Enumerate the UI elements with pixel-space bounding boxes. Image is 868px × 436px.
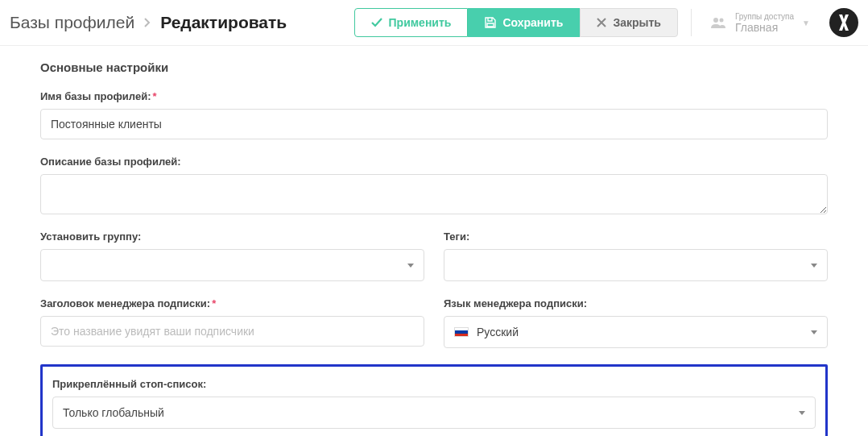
stoplist-highlight: Прикреплённый стоп-список: Только глобал… [40,364,828,436]
manager-lang-select[interactable]: Русский [444,316,828,348]
avatar[interactable] [829,8,858,37]
manager-title-input[interactable] [40,316,424,347]
apply-label: Применить [389,16,452,29]
breadcrumb-current: Редактировать [160,13,287,32]
users-icon [709,16,727,29]
close-label: Закрыть [613,16,661,29]
save-icon [485,17,496,28]
check-icon [371,18,382,27]
required-marker: * [212,297,216,309]
content: Основные настройки Имя базы профилей:* О… [0,46,868,436]
chevron-right-icon [144,18,151,27]
access-group-label: Группы доступа [735,12,794,21]
tags-select[interactable] [444,249,828,281]
svg-point-1 [719,19,723,23]
caret-down-icon [811,264,817,268]
name-label: Имя базы профилей:* [40,90,828,102]
section-title: Основные настройки [40,60,828,74]
access-group-value: Главная [735,21,794,34]
breadcrumb: Базы профилей Редактировать [10,13,287,32]
caret-down-icon: ▼ [802,19,810,27]
save-label: Сохранить [502,16,563,29]
caret-down-icon [811,330,817,334]
group-select[interactable] [40,249,424,281]
name-input[interactable] [40,109,828,139]
close-button[interactable]: Закрыть [580,8,678,37]
manager-lang-label: Язык менеджера подписки: [444,297,828,309]
description-label: Описание базы профилей: [40,156,828,168]
caret-down-icon [407,264,414,268]
flag-ru-icon [454,327,469,337]
access-group-selector[interactable]: Группы доступа Главная ▼ [705,12,815,34]
stoplist-label: Прикреплённый стоп-список: [52,378,816,390]
svg-point-0 [713,18,718,23]
action-buttons: Применить Сохранить Закрыть [354,8,678,37]
group-label: Установить группу: [40,230,424,243]
tags-label: Теги: [444,230,828,243]
save-button[interactable]: Сохранить [468,8,580,37]
manager-lang-value: Русский [454,326,519,338]
caret-down-icon [799,411,805,415]
required-marker: * [153,90,157,102]
apply-button[interactable]: Применить [354,8,469,37]
header: Базы профилей Редактировать Применить Со… [0,0,868,46]
stoplist-value: Только глобальный [63,406,164,419]
close-icon [597,18,606,27]
stoplist-select[interactable]: Только глобальный [52,397,816,429]
description-textarea[interactable] [40,174,828,214]
divider [691,9,692,36]
manager-title-label: Заголовок менеджера подписки:* [40,297,424,309]
breadcrumb-parent[interactable]: Базы профилей [10,13,134,32]
